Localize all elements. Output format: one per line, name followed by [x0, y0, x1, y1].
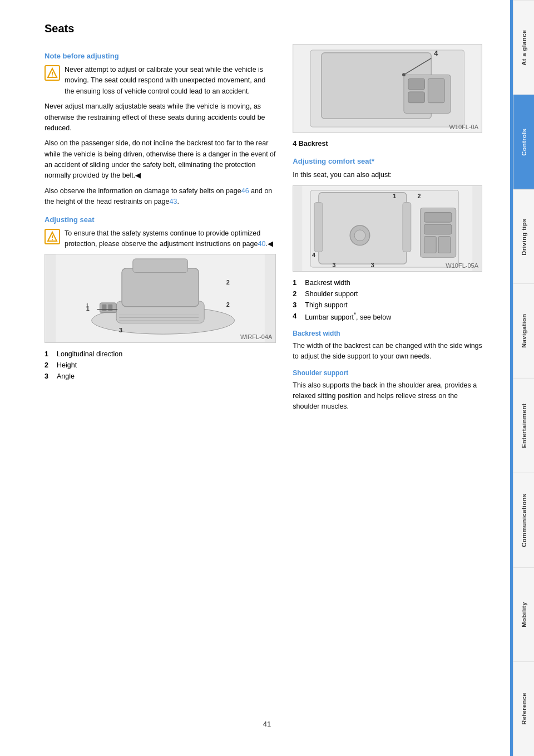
seat-items-list: 1 Longitudinal direction 2 Height 3 Angl…: [44, 348, 276, 382]
list-item: 2 Height: [44, 360, 276, 371]
svg-rect-37: [403, 202, 411, 252]
svg-rect-27: [408, 78, 425, 90]
shoulder-support-heading: Shoulder support: [293, 369, 482, 377]
svg-text:3: 3: [333, 262, 336, 268]
two-column-layout: Note before adjusting Never attempt to a…: [44, 44, 482, 417]
svg-text:3: 3: [119, 327, 122, 333]
sidebar-tab-controls[interactable]: Controls: [513, 95, 534, 189]
warning-text-2: To ensure that the safety systems contin…: [65, 228, 276, 250]
backrest-width-text: The width of the backrest can be changed…: [293, 341, 482, 362]
svg-rect-43: [424, 237, 437, 253]
backrest-width-heading: Backrest width: [293, 330, 482, 337]
backrest-diagram-watermark: W10FL-0A: [449, 124, 478, 130]
right-sidebar: At a glance Controls Driving tips Naviga…: [513, 0, 534, 756]
svg-text:2: 2: [226, 279, 230, 286]
section-title: Seats: [44, 22, 482, 35]
link-page-40[interactable]: 40: [258, 240, 265, 248]
link-page-46[interactable]: 46: [241, 187, 249, 195]
svg-rect-41: [424, 212, 452, 222]
backrest-label: 4 Backrest: [293, 139, 482, 149]
note-para-3: Also observe the information on damage t…: [44, 186, 276, 208]
note-para-1: Never adjust manually adjustable seats w…: [44, 101, 276, 134]
comfort-items-list: 1 Backrest width 2 Shoulder support 3 Th…: [293, 277, 482, 323]
list-item: 2 Shoulder support: [293, 288, 482, 300]
note-before-adjusting-heading: Note before adjusting: [44, 52, 276, 60]
svg-point-2: [52, 76, 53, 77]
comfort-diagram-watermark: W10FL-05A: [446, 262, 478, 269]
svg-text:2: 2: [418, 192, 421, 199]
svg-text:2: 2: [226, 301, 230, 308]
link-page-43[interactable]: 43: [169, 198, 177, 205]
sidebar-tab-communications[interactable]: Communications: [513, 473, 534, 567]
svg-rect-28: [408, 92, 425, 103]
svg-text:4: 4: [312, 252, 315, 258]
svg-rect-44: [438, 237, 451, 253]
warning-icon-1: [44, 65, 60, 81]
comfort-seat-diagram: 1 2 4 3 3 W10FL-05A: [293, 185, 482, 272]
svg-text:4: 4: [434, 49, 439, 57]
page-number: 41: [263, 720, 271, 728]
seat-adjustment-diagram: 1 1 2 2 3 WIRF: [44, 254, 276, 343]
left-column: Note before adjusting Never attempt to a…: [44, 44, 276, 417]
svg-text:1: 1: [393, 192, 397, 199]
main-content: Seats Note before adjusting Never attemp…: [0, 0, 513, 756]
sidebar-tab-mobility[interactable]: Mobility: [513, 567, 534, 662]
svg-rect-9: [122, 268, 199, 307]
list-item: 3 Thigh support: [293, 300, 482, 311]
svg-text:1: 1: [86, 302, 89, 308]
svg-rect-29: [428, 78, 445, 102]
sidebar-tab-entertainment[interactable]: Entertainment: [513, 378, 534, 473]
svg-rect-36: [314, 202, 323, 252]
warning-icon-2: [44, 229, 60, 244]
svg-point-39: [354, 230, 365, 241]
comfort-intro: In this seat, you can also adjust:: [293, 170, 482, 180]
svg-rect-18: [133, 259, 188, 273]
warning-box-2: To ensure that the safety systems contin…: [44, 228, 276, 250]
warning-box-1: Never attempt to adjust or calibrate you…: [44, 65, 276, 97]
sidebar-tab-driving-tips[interactable]: Driving tips: [513, 189, 534, 284]
adjusting-comfort-heading: Adjusting comfort seat*: [293, 157, 482, 165]
list-item: 4 Lumbar support*, see below: [293, 311, 482, 323]
svg-text:3: 3: [371, 262, 374, 268]
sidebar-tab-reference[interactable]: Reference: [513, 661, 534, 756]
note-para-2: Also on the passenger side, do not incli…: [44, 138, 276, 181]
right-column: 4 W10FL-0A 4 Backrest Adjusting comfort …: [293, 44, 482, 417]
list-item: 1 Longitudinal direction: [44, 348, 276, 360]
svg-rect-12: [108, 305, 112, 311]
svg-point-5: [52, 239, 53, 240]
seat-diagram-watermark: WIRFL-04A: [240, 333, 272, 340]
list-item: 3 Angle: [44, 371, 276, 382]
adjusting-seat-heading: Adjusting seat: [44, 215, 276, 224]
list-item: 1 Backrest width: [293, 277, 482, 288]
sidebar-tab-at-a-glance[interactable]: At a glance: [513, 0, 534, 95]
shoulder-support-text: This also supports the back in the shoul…: [293, 380, 482, 413]
svg-rect-11: [102, 305, 106, 311]
sidebar-tab-navigation[interactable]: Navigation: [513, 283, 534, 378]
svg-point-32: [402, 73, 406, 76]
svg-rect-42: [424, 224, 452, 234]
backrest-diagram: 4 W10FL-0A: [293, 44, 482, 133]
warning-text-1: Never attempt to adjust or calibrate you…: [65, 65, 276, 97]
